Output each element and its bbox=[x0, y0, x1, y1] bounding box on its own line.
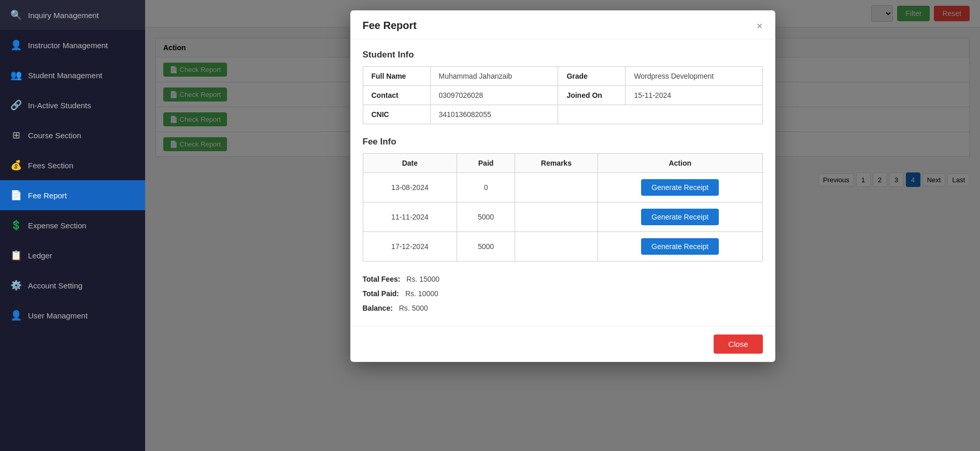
sidebar-label-ledger: Ledger bbox=[28, 251, 52, 260]
info-row-contact: Contact 03097026028 Joined On 15-11-2024 bbox=[363, 86, 762, 105]
modal-close-x[interactable]: × bbox=[757, 21, 763, 31]
generate-receipt-button-1[interactable]: Generate Receipt bbox=[641, 209, 719, 225]
fees-section-icon: 💰 bbox=[10, 159, 22, 171]
fee-info-title: Fee Info bbox=[363, 137, 763, 147]
sidebar-item-expense-section[interactable]: 💲Expense Section bbox=[0, 210, 145, 240]
sidebar-label-user-management: User Managment bbox=[28, 311, 88, 320]
sidebar-label-inactive-students: In-Active Students bbox=[28, 101, 91, 110]
main-content: Filter Reset Action 📄 Check Report📄 Chec… bbox=[145, 0, 980, 451]
fee-action-1: Generate Receipt bbox=[598, 202, 762, 232]
ledger-icon: 📋 bbox=[10, 250, 22, 261]
contact-label: Contact bbox=[363, 86, 430, 105]
cnic-value: 3410136082055 bbox=[430, 105, 558, 124]
sidebar-item-user-management[interactable]: 👤User Managment bbox=[0, 300, 145, 330]
fee-col-remarks: Remarks bbox=[515, 154, 598, 173]
inquiry-management-icon: 🔍 bbox=[10, 9, 22, 21]
fee-action-0: Generate Receipt bbox=[598, 173, 762, 202]
modal-footer: Close bbox=[350, 326, 775, 362]
sidebar-label-course-section: Course Section bbox=[28, 131, 81, 140]
fee-action-2: Generate Receipt bbox=[598, 232, 762, 261]
sidebar-label-fees-section: Fees Section bbox=[28, 161, 74, 170]
modal-title: Fee Report bbox=[363, 20, 417, 32]
sidebar-label-fee-report: Fee Report bbox=[28, 191, 67, 200]
sidebar-item-fee-report[interactable]: 📄Fee Report bbox=[0, 180, 145, 210]
sidebar-item-instructor-management[interactable]: 👤Instructor Management bbox=[0, 30, 145, 60]
balance-row: Balance: Rs. 5000 bbox=[363, 301, 763, 315]
modal-overlay: Fee Report × Student Info Full Name Muha… bbox=[145, 0, 980, 451]
fee-report-modal: Fee Report × Student Info Full Name Muha… bbox=[350, 10, 775, 362]
info-row-name: Full Name Muhammad Jahanzaib Grade Wordp… bbox=[363, 67, 762, 86]
inactive-students-icon: 🔗 bbox=[10, 99, 22, 111]
sidebar-item-fees-section[interactable]: 💰Fees Section bbox=[0, 150, 145, 180]
fee-date-0: 13-08-2024 bbox=[363, 173, 457, 202]
balance-label: Balance: bbox=[363, 304, 393, 312]
fee-date-2: 17-12-2024 bbox=[363, 232, 457, 261]
fee-remarks-1 bbox=[515, 202, 598, 232]
student-management-icon: 👥 bbox=[10, 69, 22, 81]
cnic-label: CNIC bbox=[363, 105, 430, 124]
full-name-value: Muhammad Jahanzaib bbox=[430, 67, 558, 86]
fee-col-action: Action bbox=[598, 154, 762, 173]
fee-table: Date Paid Remarks Action 13-08-2024 0 Ge… bbox=[363, 153, 763, 261]
fee-row: 11-11-2024 5000 Generate Receipt bbox=[363, 202, 762, 232]
generate-receipt-button-2[interactable]: Generate Receipt bbox=[641, 238, 719, 255]
modal-header: Fee Report × bbox=[350, 10, 775, 39]
fee-col-date: Date bbox=[363, 154, 457, 173]
sidebar-label-account-setting: Account Setting bbox=[28, 281, 82, 290]
expense-section-icon: 💲 bbox=[10, 220, 22, 231]
joined-on-label: Joined On bbox=[558, 86, 626, 105]
fee-remarks-0 bbox=[515, 173, 598, 202]
close-modal-button[interactable]: Close bbox=[714, 334, 762, 354]
fee-report-icon: 📄 bbox=[10, 190, 22, 201]
fee-summary: Total Fees: Rs. 15000 Total Paid: Rs. 10… bbox=[363, 272, 763, 315]
sidebar-item-inactive-students[interactable]: 🔗In-Active Students bbox=[0, 90, 145, 120]
grade-label: Grade bbox=[558, 67, 626, 86]
total-fees-value: Rs. 15000 bbox=[406, 275, 439, 283]
contact-value: 03097026028 bbox=[430, 86, 558, 105]
joined-on-value: 15-11-2024 bbox=[626, 86, 762, 105]
sidebar-label-instructor-management: Instructor Management bbox=[28, 41, 108, 50]
account-setting-icon: ⚙️ bbox=[10, 280, 22, 291]
sidebar-item-student-management[interactable]: 👥Student Management bbox=[0, 60, 145, 90]
sidebar-label-inquiry-management: Inquiry Management bbox=[28, 11, 99, 20]
instructor-management-icon: 👤 bbox=[10, 39, 22, 51]
modal-body: Student Info Full Name Muhammad Jahanzai… bbox=[350, 39, 775, 326]
total-paid-value: Rs. 10000 bbox=[405, 289, 438, 298]
sidebar-label-expense-section: Expense Section bbox=[28, 221, 87, 230]
fee-row: 17-12-2024 5000 Generate Receipt bbox=[363, 232, 762, 261]
sidebar-item-ledger[interactable]: 📋Ledger bbox=[0, 240, 145, 270]
sidebar-item-course-section[interactable]: ⊞Course Section bbox=[0, 120, 145, 150]
course-section-icon: ⊞ bbox=[10, 129, 22, 141]
generate-receipt-button-0[interactable]: Generate Receipt bbox=[641, 179, 719, 196]
fee-date-1: 11-11-2024 bbox=[363, 202, 457, 232]
full-name-label: Full Name bbox=[363, 67, 430, 86]
fee-row: 13-08-2024 0 Generate Receipt bbox=[363, 173, 762, 202]
fee-col-paid: Paid bbox=[457, 154, 515, 173]
user-management-icon: 👤 bbox=[10, 310, 22, 321]
total-fees-row: Total Fees: Rs. 15000 bbox=[363, 272, 763, 286]
sidebar: 🔍Inquiry Management👤Instructor Managemen… bbox=[0, 0, 145, 451]
total-fees-label: Total Fees: bbox=[363, 275, 401, 283]
cnic-empty bbox=[558, 105, 762, 124]
student-info-table: Full Name Muhammad Jahanzaib Grade Wordp… bbox=[363, 66, 763, 124]
total-paid-label: Total Paid: bbox=[363, 289, 400, 298]
balance-value: Rs. 5000 bbox=[399, 304, 428, 312]
fee-remarks-2 bbox=[515, 232, 598, 261]
fee-paid-2: 5000 bbox=[457, 232, 515, 261]
fee-table-header: Date Paid Remarks Action bbox=[363, 154, 762, 173]
total-paid-row: Total Paid: Rs. 10000 bbox=[363, 286, 763, 301]
fee-paid-0: 0 bbox=[457, 173, 515, 202]
fee-paid-1: 5000 bbox=[457, 202, 515, 232]
info-row-cnic: CNIC 3410136082055 bbox=[363, 105, 762, 124]
grade-value: Wordpress Development bbox=[626, 67, 762, 86]
sidebar-item-inquiry-management[interactable]: 🔍Inquiry Management bbox=[0, 0, 145, 30]
sidebar-label-student-management: Student Management bbox=[28, 71, 102, 80]
student-info-title: Student Info bbox=[363, 50, 763, 60]
sidebar-item-account-setting[interactable]: ⚙️Account Setting bbox=[0, 270, 145, 300]
